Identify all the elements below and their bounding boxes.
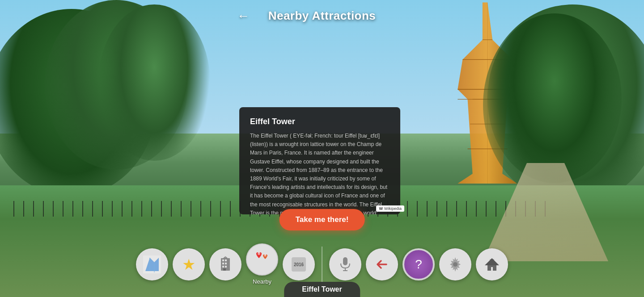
svg-point-22 [225,256,226,258]
toolbar-item-building[interactable] [209,248,242,280]
svg-marker-33 [485,258,499,265]
svg-rect-20 [225,266,227,268]
svg-rect-15 [222,259,224,261]
settings-button[interactable] [439,248,471,280]
map-icon [143,255,161,273]
toolbar-icons-row: ★ [136,243,508,285]
back-button[interactable] [366,248,398,280]
info-panel-title: Eiffel Tower [250,117,390,126]
bottom-label-bar[interactable]: Eiffel Tower [284,282,360,297]
favorites-button[interactable]: ★ [173,248,205,280]
header: ← Nearby Attractions [0,0,644,32]
building-button[interactable] [209,248,242,280]
help-button[interactable]: ? [402,248,435,280]
svg-point-23 [258,252,260,255]
svg-text:2016: 2016 [294,262,304,267]
right-tree-2 [487,13,622,183]
toolbar-item-favorites[interactable]: ★ [173,248,205,280]
svg-rect-16 [225,259,227,261]
toolbar-item-mic[interactable] [329,248,361,280]
nearby-label: Nearby [253,278,271,285]
page-title: Nearby Attractions [268,9,376,23]
toolbar-item-nearby[interactable]: Nearby [246,243,278,285]
help-icon: ? [415,257,422,272]
star-icon: ★ [182,255,195,273]
info-panel-description: The Eiffel Tower ( EYE-fəl; French: tour… [250,132,390,214]
wikipedia-badge[interactable]: W Wikipedia [376,205,404,212]
streetview-button[interactable]: 2016 [283,248,315,280]
home-icon [484,256,500,272]
svg-rect-17 [222,263,224,264]
svg-point-24 [264,255,267,257]
toolbar-item-streetview[interactable]: 2016 [283,248,315,280]
toolbar-item-settings[interactable] [439,248,471,280]
info-panel: Eiffel Tower The Eiffel Tower ( EYE-fəl;… [239,107,400,214]
home-button[interactable] [476,248,508,280]
mic-button[interactable] [329,248,361,280]
take-me-there-button[interactable]: Take me there! [280,209,365,230]
wiki-label: Wikipedia [384,206,402,211]
toolbar-item-back[interactable] [366,248,398,280]
bottom-toolbar: ★ [0,239,644,297]
back-arrow-icon[interactable]: ← [237,9,250,23]
building-icon [217,256,233,272]
wiki-icon: W [379,206,383,211]
svg-rect-21 [223,268,226,271]
map-button[interactable] [136,248,168,280]
toolbar-divider [322,247,322,282]
nearby-button[interactable] [246,243,278,276]
nearby-pins-icon [253,250,271,269]
svg-rect-19 [222,266,224,268]
toolbar-item-map[interactable] [136,248,168,280]
toolbar-item-home[interactable] [476,248,508,280]
svg-rect-18 [225,263,227,264]
gear-icon [447,256,463,272]
svg-rect-27 [343,257,347,265]
toolbar-item-help[interactable]: ? [402,248,435,280]
back-arrow-toolbar-icon [374,256,390,272]
mic-icon [339,256,352,272]
streetview-icon: 2016 [291,256,307,272]
